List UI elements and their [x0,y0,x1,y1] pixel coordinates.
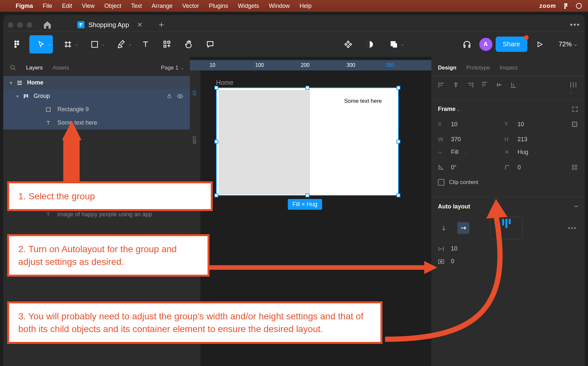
zoom-app-icon[interactable]: zoom [539,3,556,9]
menu-text[interactable]: Text [131,3,142,9]
shape-tool[interactable]: ⌵ [83,35,106,53]
rotation-input[interactable]: 0° [438,164,497,171]
svg-rect-24 [46,108,50,112]
svg-rect-27 [575,165,577,167]
menu-edit[interactable]: Edit [62,3,72,9]
headphones-icon[interactable] [458,35,476,53]
present-button[interactable] [531,35,549,53]
annotation-2: 2. Turn on Autolayout for the group and … [7,234,209,277]
horizontal-resize[interactable]: ‹›Fill⌵ [438,149,497,156]
corner-input[interactable]: 0 [504,164,563,171]
traffic-lights[interactable] [8,22,32,28]
frame-tool[interactable]: ⌵ [56,35,80,53]
hand-tool[interactable] [179,35,198,53]
prototype-tab[interactable]: Prototype [466,65,490,71]
close-tab-icon[interactable]: ✕ [137,21,143,29]
svg-point-23 [179,95,181,97]
layer-text[interactable]: Some text here [3,116,190,130]
rectangle-shape [219,90,310,194]
menu-plugins[interactable]: Plugins [209,3,228,9]
resize-handle[interactable] [305,86,309,90]
resize-handle[interactable] [396,140,400,144]
fit-icon[interactable] [572,106,578,113]
vertical-resize[interactable]: ✕Hug⌵ [504,149,563,156]
menu-vector[interactable]: Vector [182,3,199,9]
resize-handle[interactable] [214,193,218,197]
menu-view[interactable]: View [82,3,95,9]
menu-file[interactable]: File [43,3,52,9]
chevron-down-icon[interactable]: ⌵ [457,107,459,112]
figma-menu-icon[interactable] [8,35,26,53]
move-tool[interactable]: ⌵ [29,35,53,53]
menu-object[interactable]: Object [104,3,121,9]
new-tab-button[interactable]: + [159,20,164,30]
app-name[interactable]: Figma [16,3,33,9]
svg-rect-12 [164,41,166,43]
y-input[interactable]: Y10 [504,121,563,128]
macos-menubar: Figma File Edit View Object Text Arrange… [0,0,588,12]
component-tool[interactable] [339,35,357,53]
align-right-icon[interactable] [467,81,474,95]
layer-home-frame[interactable]: ▾ Home [3,76,190,89]
align-bottom-icon[interactable] [510,81,517,95]
zoom-level[interactable]: 72%⌵ [559,40,577,48]
pen-tool[interactable]: ⌵ [110,35,133,53]
align-hcenter-icon[interactable] [452,81,459,95]
layer-label: Home [27,79,43,86]
menu-widgets[interactable]: Widgets [238,3,259,9]
align-vcenter-icon[interactable] [495,81,503,95]
tray-icon[interactable] [576,3,582,9]
comment-tool[interactable] [201,35,219,53]
user-avatar[interactable]: A [479,38,492,51]
svg-rect-8 [14,43,17,45]
search-icon[interactable] [10,65,16,71]
alignment-row: ⌵ [431,76,585,100]
home-icon[interactable] [42,20,53,30]
svg-rect-13 [168,41,170,43]
resources-tool[interactable] [158,35,176,53]
frame-label[interactable]: Home [216,79,233,86]
eye-icon[interactable] [177,93,183,99]
resize-handle[interactable] [396,86,400,90]
layers-tab[interactable]: Layers [26,65,43,71]
chevron-down-icon: ⌵ [49,42,51,47]
independent-corners-icon[interactable] [571,161,578,173]
share-button[interactable]: Share [496,37,527,52]
clip-content-checkbox[interactable]: Clip content [438,179,478,186]
boolean-tool[interactable]: ⌵ [382,35,406,53]
figma-toolbar: ⌵ ⌵ ⌵ ⌵ ⌵ A Share 72%⌵ [3,31,585,57]
layer-group[interactable]: ▾ Group [3,89,190,103]
resize-handle[interactable] [214,86,218,90]
resize-handle[interactable] [305,193,309,197]
design-tab[interactable]: Design [438,65,456,71]
x-input[interactable]: X10 [438,121,497,128]
menu-window[interactable]: Window [269,3,290,9]
mask-tool[interactable] [361,35,379,53]
align-left-icon[interactable] [438,81,445,95]
w-input[interactable]: W370 [438,136,497,143]
autolayout-more-icon[interactable]: ••• [566,222,578,234]
inspect-tab[interactable]: Inspect [500,65,518,71]
h-input[interactable]: H213 [504,136,563,143]
lock-icon[interactable] [166,93,172,99]
layer-rectangle[interactable]: Rectangle 9 [3,103,190,116]
chevron-down-icon: ⌵ [102,42,104,47]
selected-frame[interactable]: Some text here [216,87,399,196]
remove-autolayout-icon[interactable]: − [574,202,578,211]
page-selector[interactable]: Page 1⌵ [161,65,183,71]
assets-tab[interactable]: Assets [53,65,69,71]
window-more-icon[interactable]: ••• [570,20,580,29]
absolute-pos-icon[interactable] [571,118,578,130]
svg-rect-4 [564,7,566,9]
resize-handle[interactable] [214,140,218,144]
svg-rect-28 [572,168,574,170]
text-tool[interactable] [136,35,155,53]
menu-arrange[interactable]: Arrange [152,3,173,9]
align-top-icon[interactable] [481,81,488,95]
svg-rect-19 [24,94,25,98]
distribute-icon[interactable]: ⌵ [570,81,578,95]
svg-rect-1 [566,3,567,5]
figma-tray-icon[interactable] [563,3,569,9]
menu-help[interactable]: Help [300,3,312,9]
svg-rect-0 [564,3,566,5]
